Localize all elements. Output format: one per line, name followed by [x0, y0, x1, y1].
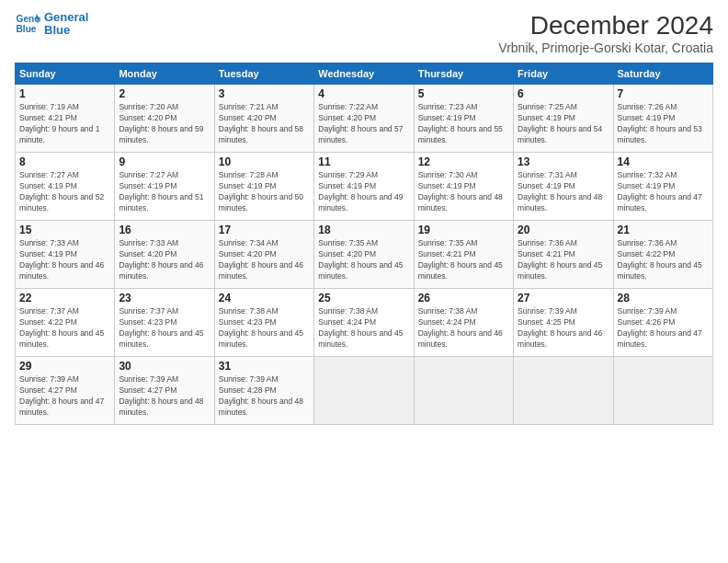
- daylight-label: Daylight: 8 hours and 46 minutes.: [19, 260, 104, 281]
- sunset-label: Sunset: 4:19 PM: [19, 249, 77, 259]
- day-number: 29: [19, 360, 110, 373]
- day-number: 2: [119, 87, 210, 100]
- logo-text: General Blue: [44, 11, 88, 38]
- calendar-table: SundayMondayTuesdayWednesdayThursdayFrid…: [15, 63, 713, 425]
- sunset-label: Sunset: 4:19 PM: [518, 181, 575, 190]
- day-info: Sunrise: 7:39 AM Sunset: 4:27 PM Dayligh…: [19, 374, 110, 419]
- sunset-label: Sunset: 4:19 PM: [618, 113, 676, 122]
- sunset-label: Sunset: 4:19 PM: [119, 181, 176, 190]
- day-cell: [314, 357, 414, 425]
- daylight-label: Daylight: 8 hours and 47 minutes.: [618, 328, 702, 349]
- sunrise-label: Sunrise: 7:27 AM: [19, 170, 79, 179]
- svg-text:Blue: Blue: [17, 25, 37, 35]
- week-row-3: 15 Sunrise: 7:33 AM Sunset: 4:19 PM Dayl…: [16, 221, 713, 289]
- daylight-label: Daylight: 8 hours and 46 minutes.: [219, 260, 303, 281]
- day-cell: 11 Sunrise: 7:29 AM Sunset: 4:19 PM Dayl…: [314, 153, 414, 221]
- day-info: Sunrise: 7:39 AM Sunset: 4:25 PM Dayligh…: [518, 306, 609, 350]
- day-info: Sunrise: 7:38 AM Sunset: 4:23 PM Dayligh…: [219, 306, 310, 350]
- daylight-label: Daylight: 8 hours and 49 minutes.: [318, 192, 403, 213]
- day-number: 27: [518, 292, 609, 304]
- day-cell: 6 Sunrise: 7:25 AM Sunset: 4:19 PM Dayli…: [514, 85, 613, 153]
- daylight-label: Daylight: 8 hours and 53 minutes.: [618, 124, 702, 144]
- sunset-label: Sunset: 4:20 PM: [219, 249, 277, 259]
- sunset-label: Sunset: 4:19 PM: [318, 181, 376, 190]
- sunrise-label: Sunrise: 7:37 AM: [119, 306, 178, 316]
- header-cell-tuesday: Tuesday: [214, 63, 313, 85]
- main-title: December 2024: [498, 11, 713, 40]
- day-cell: 17 Sunrise: 7:34 AM Sunset: 4:20 PM Dayl…: [214, 221, 313, 289]
- sunrise-label: Sunrise: 7:38 AM: [418, 306, 478, 316]
- sunset-label: Sunset: 4:23 PM: [219, 317, 277, 327]
- day-number: 13: [518, 155, 609, 168]
- daylight-label: Daylight: 9 hours and 1 minute.: [19, 124, 99, 144]
- day-info: Sunrise: 7:30 AM Sunset: 4:19 PM Dayligh…: [418, 170, 509, 214]
- day-cell: 2 Sunrise: 7:20 AM Sunset: 4:20 PM Dayli…: [115, 85, 214, 153]
- day-info: Sunrise: 7:37 AM Sunset: 4:23 PM Dayligh…: [119, 306, 210, 350]
- day-info: Sunrise: 7:34 AM Sunset: 4:20 PM Dayligh…: [219, 238, 310, 282]
- day-cell: 29 Sunrise: 7:39 AM Sunset: 4:27 PM Dayl…: [16, 357, 115, 425]
- day-cell: 23 Sunrise: 7:37 AM Sunset: 4:23 PM Dayl…: [115, 289, 214, 357]
- sunrise-label: Sunrise: 7:26 AM: [618, 102, 677, 111]
- sunset-label: Sunset: 4:21 PM: [19, 113, 77, 122]
- daylight-label: Daylight: 8 hours and 47 minutes.: [19, 396, 104, 417]
- day-info: Sunrise: 7:31 AM Sunset: 4:19 PM Dayligh…: [518, 170, 609, 214]
- sunrise-label: Sunrise: 7:39 AM: [19, 374, 79, 384]
- daylight-label: Daylight: 8 hours and 45 minutes.: [318, 328, 403, 349]
- day-info: Sunrise: 7:27 AM Sunset: 4:19 PM Dayligh…: [119, 170, 210, 214]
- header: General Blue General Blue December 2024 …: [15, 11, 713, 55]
- sunset-label: Sunset: 4:21 PM: [518, 249, 575, 259]
- daylight-label: Daylight: 8 hours and 45 minutes.: [518, 260, 602, 281]
- sunset-label: Sunset: 4:20 PM: [219, 113, 277, 122]
- day-info: Sunrise: 7:27 AM Sunset: 4:19 PM Dayligh…: [19, 170, 110, 214]
- day-number: 11: [318, 155, 409, 168]
- sunset-label: Sunset: 4:20 PM: [119, 249, 176, 259]
- day-cell: [414, 357, 513, 425]
- daylight-label: Daylight: 8 hours and 45 minutes.: [19, 328, 104, 349]
- sunrise-label: Sunrise: 7:36 AM: [618, 238, 677, 247]
- day-info: Sunrise: 7:37 AM Sunset: 4:22 PM Dayligh…: [19, 306, 110, 350]
- sunrise-label: Sunrise: 7:33 AM: [19, 238, 79, 247]
- day-number: 12: [418, 155, 509, 168]
- sunset-label: Sunset: 4:27 PM: [19, 385, 77, 395]
- daylight-label: Daylight: 8 hours and 47 minutes.: [618, 192, 702, 213]
- day-number: 7: [618, 87, 709, 100]
- day-cell: 9 Sunrise: 7:27 AM Sunset: 4:19 PM Dayli…: [115, 153, 214, 221]
- sunset-label: Sunset: 4:25 PM: [518, 317, 575, 327]
- sunrise-label: Sunrise: 7:28 AM: [219, 170, 279, 179]
- sunset-label: Sunset: 4:19 PM: [219, 181, 277, 190]
- day-number: 10: [219, 155, 310, 168]
- day-info: Sunrise: 7:36 AM Sunset: 4:21 PM Dayligh…: [518, 238, 609, 282]
- day-info: Sunrise: 7:25 AM Sunset: 4:19 PM Dayligh…: [518, 102, 609, 146]
- day-info: Sunrise: 7:19 AM Sunset: 4:21 PM Dayligh…: [19, 102, 110, 146]
- day-number: 21: [618, 224, 709, 236]
- day-cell: 18 Sunrise: 7:35 AM Sunset: 4:20 PM Dayl…: [314, 221, 414, 289]
- day-info: Sunrise: 7:36 AM Sunset: 4:22 PM Dayligh…: [618, 238, 709, 282]
- sunrise-label: Sunrise: 7:31 AM: [518, 170, 577, 179]
- sunset-label: Sunset: 4:23 PM: [119, 317, 176, 327]
- day-info: Sunrise: 7:39 AM Sunset: 4:27 PM Dayligh…: [119, 374, 210, 419]
- sunset-label: Sunset: 4:20 PM: [318, 113, 376, 122]
- day-info: Sunrise: 7:28 AM Sunset: 4:19 PM Dayligh…: [219, 170, 310, 214]
- daylight-label: Daylight: 8 hours and 50 minutes.: [219, 192, 303, 213]
- day-number: 17: [219, 224, 310, 236]
- day-number: 31: [219, 360, 310, 373]
- week-row-5: 29 Sunrise: 7:39 AM Sunset: 4:27 PM Dayl…: [16, 357, 713, 425]
- day-number: 1: [19, 87, 110, 100]
- sunrise-label: Sunrise: 7:39 AM: [219, 374, 279, 384]
- day-cell: 1 Sunrise: 7:19 AM Sunset: 4:21 PM Dayli…: [16, 85, 115, 153]
- subtitle: Vrbnik, Primorje-Gorski Kotar, Croatia: [498, 40, 713, 55]
- sunrise-label: Sunrise: 7:38 AM: [318, 306, 378, 316]
- day-number: 25: [318, 292, 409, 304]
- sunrise-label: Sunrise: 7:30 AM: [418, 170, 478, 179]
- header-cell-thursday: Thursday: [414, 63, 513, 85]
- daylight-label: Daylight: 8 hours and 48 minutes.: [518, 192, 602, 213]
- daylight-label: Daylight: 8 hours and 45 minutes.: [318, 260, 403, 281]
- daylight-label: Daylight: 8 hours and 46 minutes.: [418, 328, 503, 349]
- sunset-label: Sunset: 4:19 PM: [19, 181, 77, 190]
- logo: General Blue General Blue: [15, 11, 88, 38]
- sunset-label: Sunset: 4:22 PM: [618, 249, 676, 259]
- daylight-label: Daylight: 8 hours and 45 minutes.: [418, 260, 503, 281]
- daylight-label: Daylight: 8 hours and 54 minutes.: [518, 124, 602, 144]
- day-info: Sunrise: 7:21 AM Sunset: 4:20 PM Dayligh…: [219, 102, 310, 146]
- sunset-label: Sunset: 4:19 PM: [518, 113, 575, 122]
